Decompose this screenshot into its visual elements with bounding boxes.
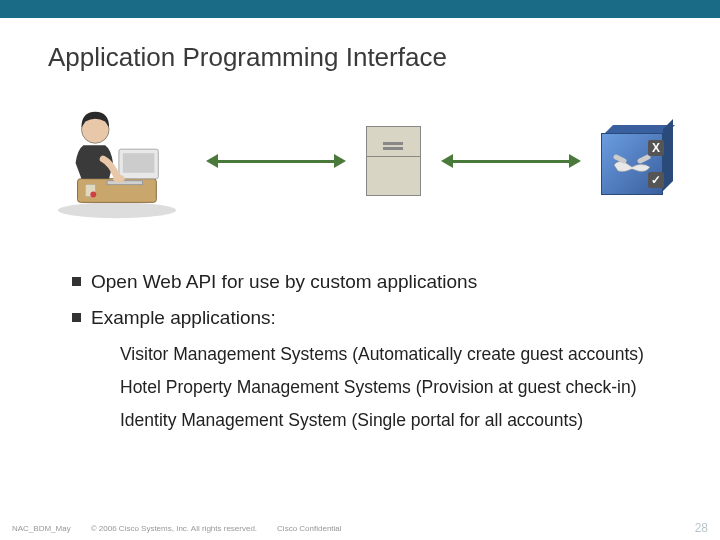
slide-title: Application Programming Interface — [48, 42, 672, 73]
bullet-text: Open Web API for use by custom applicati… — [91, 271, 477, 293]
handshake-cube-icon: X ✓ — [601, 125, 672, 197]
page-number: 28 — [695, 521, 708, 535]
list-item: Open Web API for use by custom applicati… — [72, 271, 672, 293]
svg-point-0 — [58, 202, 176, 218]
bullet-text: Example applications: — [91, 307, 276, 329]
list-item: Example applications: — [72, 307, 672, 329]
header-stripe — [0, 0, 720, 18]
server-icon — [366, 126, 421, 196]
bidirectional-arrow-icon — [451, 160, 571, 163]
user-at-computer-icon — [48, 101, 186, 221]
bullet-square-icon — [72, 277, 81, 286]
slide-content: Application Programming Interface — [0, 18, 720, 431]
svg-rect-3 — [123, 153, 155, 173]
api-diagram: X ✓ — [48, 101, 672, 221]
svg-point-6 — [113, 175, 125, 183]
footer-confidential: Cisco Confidential — [277, 524, 341, 533]
svg-rect-4 — [107, 181, 142, 185]
bullet-square-icon — [72, 313, 81, 322]
footer-copyright: © 2006 Cisco Systems, Inc. All rights re… — [91, 524, 257, 533]
bidirectional-arrow-icon — [216, 160, 336, 163]
x-badge-icon: X — [648, 140, 664, 156]
sub-list: Visitor Management Systems (Automaticall… — [72, 343, 672, 431]
sub-item: Visitor Management Systems (Automaticall… — [120, 343, 672, 366]
footer-doc-id: NAC_BDM_May — [12, 524, 71, 533]
svg-point-8 — [90, 192, 96, 198]
bullet-list: Open Web API for use by custom applicati… — [48, 271, 672, 431]
sub-item: Hotel Property Management Systems (Provi… — [120, 376, 672, 399]
sub-item: Identity Management System (Single porta… — [120, 409, 672, 432]
slide-footer: NAC_BDM_May © 2006 Cisco Systems, Inc. A… — [0, 516, 720, 540]
check-badge-icon: ✓ — [648, 172, 664, 188]
